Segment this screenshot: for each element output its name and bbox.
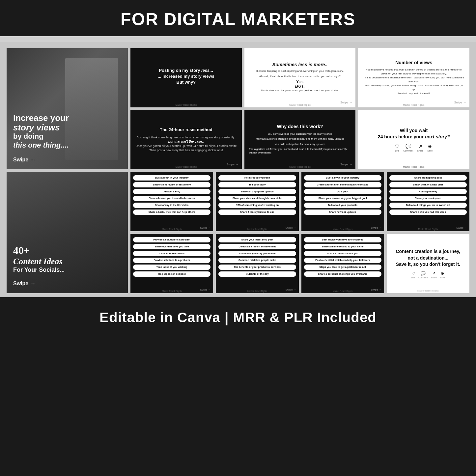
posting-less-title: Posting on my story less... ... increase… — [158, 68, 214, 86]
hero-line1: Increase your — [13, 113, 121, 123]
swipe-arrow-w: → — [349, 163, 352, 166]
list2-item1: Re-introduce yourself — [218, 175, 296, 181]
ending-text: Content creation is a journey,not a dest… — [396, 248, 460, 268]
list1-item5: Show a 'day in the life' video — [133, 203, 210, 208]
reset-swipe: Swipe → — [226, 163, 238, 166]
bottom-banner: Editable in Canva | MRR & PLR Included — [0, 301, 476, 334]
reset-body4: Then post a new story that has an engagi… — [149, 148, 223, 153]
content-list-1: Bust a myth in your industry Share clien… — [130, 172, 213, 231]
reset-body3: Once you've gotten all your stories up, … — [135, 144, 237, 148]
ending-save-icon: ⊕ — [441, 271, 444, 276]
ending-like-label: Like — [411, 276, 415, 279]
sometimes-body1: It can be tempting to post anything and … — [256, 69, 344, 73]
list3-item6: Share news or updates — [304, 210, 381, 215]
list4-item6: Share a win you had this week — [389, 210, 467, 215]
posting-less-card: Posting on my story less... ... increase… — [130, 48, 242, 107]
list3-item3: Do a Q&A — [304, 189, 381, 194]
list1-brand: Master Resell Rights — [162, 228, 182, 230]
ending-like-item: ♡ Like — [411, 271, 415, 279]
list1-item2: Share client review or testimony — [133, 182, 210, 187]
list4-item2: Sneak peak of a new offer — [389, 182, 467, 187]
why-bullet4: The algorithm will favour your content a… — [249, 147, 351, 154]
list4-brand: Master Resell Rights — [418, 228, 438, 230]
why-work-card: Why does this work? You don't overload y… — [244, 110, 356, 169]
content-ideas-label: Content Ideas — [13, 257, 121, 266]
ending-share-item: ↗ Share — [431, 271, 436, 279]
reset-body2: but that isn't the case.. — [168, 139, 204, 144]
list5-item6: Re-purpose an old post — [133, 271, 210, 277]
list7-item1: Best advice you have ever recieved — [304, 237, 381, 242]
list1-item6: Share a hack / trick that can help other… — [133, 210, 210, 215]
list1-swipe: Swipe → — [200, 226, 210, 229]
list3-item4: Share your reason why your biggest goal — [304, 196, 381, 201]
list6-item2: Celebrate a recent achievement — [218, 244, 296, 249]
section-content-ideas: 40+ Content Ideas For Your Socials... Sw… — [7, 172, 469, 293]
list6-brand: Master Resell Rights — [247, 290, 267, 292]
wait-brand: Master Resell Rights — [403, 166, 425, 168]
list2-item6: Share 5 tools you love to use — [218, 210, 296, 215]
list2-swipe: Swipe → — [286, 226, 296, 229]
list3-item5: Talk about your products — [304, 203, 381, 208]
section-story-views: Increase your story views by doing this … — [7, 48, 469, 169]
list5-item5: Time lapse of you working — [133, 265, 210, 270]
list6-item3: Share how you stay productive — [218, 251, 296, 256]
views-brand: Master Resell Rights — [403, 104, 425, 106]
content-hero-bg — [7, 172, 128, 293]
why-bullet3: You build anticipation for new story upd… — [274, 142, 325, 146]
sometimes-brand: Master Resell Rights — [289, 104, 311, 106]
list7-item5: Steps you took to get a particular resul… — [304, 265, 381, 270]
content-swipe-arrow: → — [30, 281, 36, 287]
top-banner: FOR DIGITAL MARKETERS — [0, 0, 476, 36]
sometimes-swipe: Swipe → — [340, 101, 352, 104]
list5-swipe: Swipe → — [200, 288, 210, 291]
like-icon-item: ♡ Like — [395, 144, 399, 152]
list5-item2: Share tips that save you time — [133, 244, 210, 249]
posting-less-brand: Master Resell Rights — [176, 104, 197, 106]
list6-item5: The benefits of your products / services — [218, 265, 296, 270]
views-body4: So what do you do instead? — [398, 92, 430, 96]
number-views-card: Number of views You might have noticed t… — [358, 48, 469, 107]
main-content: Increase your story views by doing this … — [0, 42, 476, 297]
sometimes-yes: Yes. — [296, 80, 303, 84]
content-ideas-grid: Bust a myth in your industry Share clien… — [130, 172, 469, 293]
ending-comment-icon: 💬 — [421, 271, 426, 276]
list6-item1: Share your latest blog post — [218, 237, 296, 242]
views-title: Number of views — [395, 60, 432, 65]
views-swipe: Swipe → — [454, 101, 466, 104]
list3-item2: Create a tutorial on something niche rel… — [304, 182, 381, 187]
list5-item4: Provide solutions to a problem — [133, 258, 210, 263]
content-list-4: Share an inspiring post Sneak peak of a … — [387, 172, 469, 231]
why-swipe: Swipe → — [340, 163, 352, 166]
hero-line4: this one thing.... — [13, 141, 121, 150]
ending-icons-row: ♡ Like 💬 Comment ↗ Share ⊕ Save — [411, 271, 445, 279]
list2-item4: Share your views and thoughts on a niche — [218, 196, 296, 201]
list5-item1: Provide a solution to a problem — [133, 237, 210, 242]
wait-title: Will you wait24 hours before your next s… — [378, 127, 450, 139]
share-icon-item: ↗ Share — [417, 144, 424, 152]
list7-swipe: Swipe → — [371, 288, 381, 291]
hero-text-block: Increase your story views by doing this … — [13, 113, 121, 150]
list4-swipe: Swipe → — [456, 226, 467, 229]
list7-brand: Master Resell Rights — [333, 290, 352, 292]
share-label: Share — [417, 150, 424, 152]
list2-item2: Tell your story — [218, 182, 296, 187]
swipe-arrow-v: → — [463, 101, 466, 104]
bottom-title: Editable in Canva | MRR & PLR Included — [0, 310, 476, 325]
content-num: 40+ — [13, 244, 121, 257]
list4-item5: Talk about things you do to switch off — [389, 203, 467, 208]
ending-save-item: ⊕ Save — [440, 271, 445, 279]
views-body2: This is because of the audience retentio… — [363, 76, 465, 84]
list7-item4: Post a checklist which can help your fol… — [304, 258, 381, 263]
save-icon: ⊕ — [428, 144, 432, 149]
list2-item5: BTS of something you're working on — [218, 203, 296, 208]
list7-item2: Share a meme related to your niche — [304, 244, 381, 249]
ending-share-icon: ↗ — [432, 271, 435, 276]
swipe-arrow: → — [349, 101, 352, 104]
reset-brand: Master Resell Rights — [176, 166, 197, 168]
wait-icons-row: ♡ Like 💬 Comment ↗ Share ⊕ Save — [395, 144, 433, 152]
why-bullet1: You don't overload your audience with to… — [268, 132, 332, 136]
sometimes-body3: This is also what happens when you post … — [261, 89, 339, 93]
ending-like-icon: ♡ — [411, 271, 415, 276]
arrow-icon: → — [30, 157, 36, 163]
sometimes-body2: After all, it's all about that behind th… — [259, 74, 341, 78]
